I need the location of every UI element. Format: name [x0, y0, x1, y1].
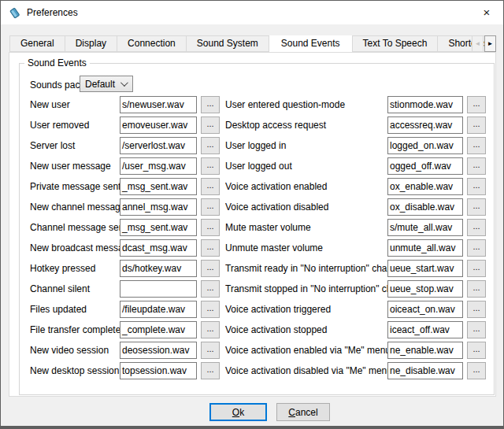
browse-button[interactable]: ... [467, 362, 486, 379]
tab-scroll-right-icon[interactable]: ► [484, 35, 496, 52]
browse-button[interactable]: ... [201, 362, 220, 379]
sound-file-input[interactable]: s/newuser.wav [120, 96, 197, 113]
sound-event-row: Voice activation disabled ox_disable.wav… [225, 197, 491, 217]
tab-sound-system[interactable]: Sound System [186, 35, 269, 52]
browse-button[interactable]: ... [467, 280, 486, 298]
browse-button[interactable]: ... [201, 178, 220, 195]
sound-event-label: Voice activation enabled via "Me" menu [225, 345, 387, 356]
sound-event-label: Voice activation disabled via "Me" menu [225, 365, 387, 376]
close-icon[interactable]: × [470, 1, 503, 24]
tab-connection[interactable]: Connection [117, 35, 187, 52]
cancel-button[interactable]: Cancel [276, 403, 330, 421]
sound-events-groupbox: Sound Events Sounds pack Default New use… [19, 63, 495, 395]
sound-file-input[interactable]: unmute_all.wav [387, 239, 463, 257]
sound-file-input[interactable]: deosession.wav [120, 342, 197, 359]
browse-button[interactable]: ... [467, 239, 486, 257]
browse-button[interactable]: ... [201, 198, 220, 216]
sound-file-input[interactable]: ox_disable.wav [387, 198, 463, 216]
sound-event-label: Channel silent [30, 283, 120, 294]
sound-file-input[interactable]: emoveuser.wav [120, 116, 197, 134]
sound-event-row: New channel message annel_msg.wav ... [30, 197, 224, 217]
browse-button[interactable]: ... [201, 116, 220, 134]
sound-file-input[interactable]: /user_msg.wav [120, 157, 197, 175]
sound-file-input[interactable]: _msg_sent.wav [120, 219, 197, 236]
browse-button[interactable]: ... [201, 280, 220, 298]
sound-file-input[interactable]: _msg_sent.wav [120, 178, 197, 195]
tab-text-to-speech[interactable]: Text To Speech [352, 35, 439, 52]
sound-event-row: New user s/newuser.wav ... [30, 94, 224, 115]
browse-button[interactable]: ... [201, 239, 220, 257]
tab-general[interactable]: General [9, 35, 65, 52]
sound-file-input[interactable]: ne_disable.wav [387, 362, 463, 379]
browse-button[interactable]: ... [467, 321, 486, 338]
chevron-down-icon [120, 79, 128, 87]
sound-event-label: Transmit stopped in "No interruption" ch… [225, 283, 387, 294]
sound-event-row: Voice activation disabled via "Me" menu … [225, 361, 491, 381]
sound-file-input[interactable]: _complete.wav [120, 321, 197, 338]
tab-bar: GeneralDisplayConnectionSound SystemSoun… [9, 35, 496, 52]
browse-button[interactable]: ... [201, 96, 220, 113]
sound-file-input[interactable]: iceact_off.wav [387, 321, 463, 338]
browse-button[interactable]: ... [201, 301, 220, 318]
sounds-pack-dropdown[interactable]: Default [80, 76, 133, 92]
browse-button[interactable]: ... [467, 260, 486, 277]
browse-button[interactable]: ... [201, 260, 220, 277]
sound-file-input[interactable]: ueue_stop.wav [387, 280, 463, 298]
browse-button[interactable]: ... [201, 321, 220, 338]
sound-event-row: Mute master volume s/mute_all.wav ... [225, 217, 491, 238]
browse-button[interactable]: ... [467, 342, 486, 359]
browse-button[interactable]: ... [201, 157, 220, 175]
sound-event-label: New channel message [30, 202, 120, 213]
sound-file-input[interactable]: annel_msg.wav [120, 198, 197, 216]
events-column-left: New user s/newuser.wav ... User removed … [30, 94, 224, 381]
tab-sound-events[interactable]: Sound Events [269, 35, 353, 52]
browse-button[interactable]: ... [201, 219, 220, 236]
tab-display[interactable]: Display [65, 35, 117, 52]
browse-button[interactable]: ... [467, 178, 486, 195]
sound-file-input[interactable]: /fileupdate.wav [120, 301, 197, 318]
sound-event-row: User logged in logged_on.wav ... [225, 135, 491, 156]
browse-button[interactable]: ... [467, 96, 486, 113]
browse-button[interactable]: ... [467, 116, 486, 134]
sound-event-label: Mute master volume [225, 222, 387, 233]
sound-event-label: Voice activation enabled [225, 181, 387, 192]
browse-button[interactable]: ... [467, 198, 486, 216]
sound-event-row: User entered question-mode stionmode.wav… [225, 94, 491, 115]
sound-file-input[interactable]: logged_on.wav [387, 137, 463, 154]
sound-event-row: Private message sent _msg_sent.wav ... [30, 176, 224, 197]
sound-file-input[interactable]: stionmode.wav [387, 96, 463, 113]
browse-button[interactable]: ... [467, 137, 486, 154]
browse-button[interactable]: ... [467, 219, 486, 236]
sound-event-label: New user [30, 99, 120, 110]
browse-button[interactable]: ... [467, 301, 486, 318]
sound-file-input[interactable]: ne_enable.wav [387, 342, 463, 359]
sound-event-row: User logged out ogged_off.wav ... [225, 156, 491, 176]
sound-event-label: Voice activation triggered [225, 304, 387, 315]
sound-file-input[interactable]: ds/hotkey.wav [120, 260, 197, 277]
sound-file-input[interactable] [120, 280, 197, 298]
groupbox-title: Sound Events [24, 57, 90, 68]
sound-event-row: Transmit stopped in "No interruption" ch… [225, 279, 491, 299]
sound-file-input[interactable]: dcast_msg.wav [120, 239, 197, 257]
tab-page-sound-events: Sound Events Sounds pack Default New use… [9, 52, 496, 397]
browse-button[interactable]: ... [201, 137, 220, 154]
sound-event-label: Files updated [30, 304, 120, 315]
sound-event-label: Hotkey pressed [30, 263, 120, 274]
titlebar: Preferences × [1, 1, 503, 24]
sound-file-input[interactable]: oiceact_on.wav [387, 301, 463, 318]
sound-file-input[interactable]: topsession.wav [120, 362, 197, 379]
browse-button[interactable]: ... [201, 342, 220, 359]
sound-file-input[interactable]: /serverlost.wav [120, 137, 197, 154]
sounds-pack-value: Default [85, 79, 120, 90]
sound-event-row: Unmute master volume unmute_all.wav ... [225, 238, 491, 258]
sound-event-row: Voice activation enabled via "Me" menu n… [225, 340, 491, 361]
ok-button[interactable]: Ok [209, 403, 267, 421]
sound-event-row: Server lost /serverlost.wav ... [30, 135, 224, 156]
browse-button[interactable]: ... [467, 157, 486, 175]
sound-file-input[interactable]: ogged_off.wav [387, 157, 463, 175]
sound-file-input[interactable]: accessreq.wav [387, 116, 463, 134]
sound-file-input[interactable]: s/mute_all.wav [387, 219, 463, 236]
sound-file-input[interactable]: ueue_start.wav [387, 260, 463, 277]
sound-file-input[interactable]: ox_enable.wav [387, 178, 463, 195]
tab-scroll-left-icon[interactable]: ◄ [472, 35, 484, 52]
